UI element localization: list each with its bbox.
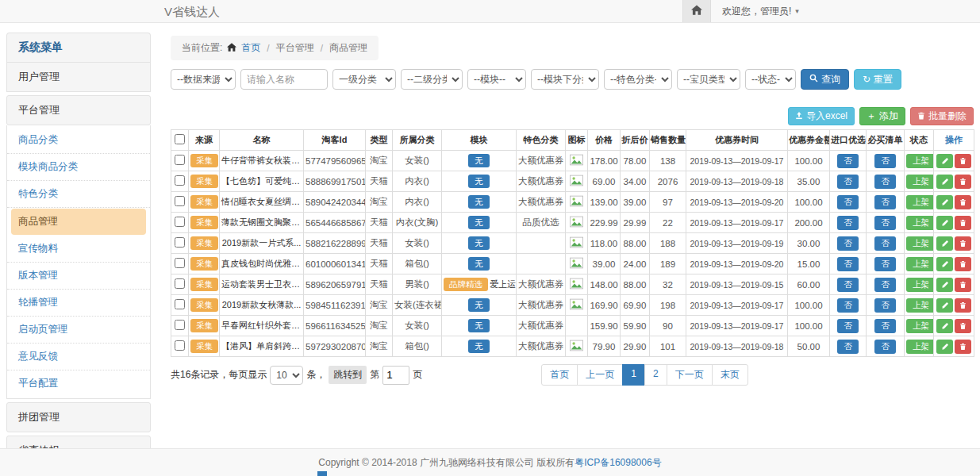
must-buy-toggle[interactable]: 否: [874, 257, 896, 271]
import-select-toggle[interactable]: 否: [837, 195, 859, 209]
import-select-toggle[interactable]: 否: [837, 298, 859, 313]
per-page-select[interactable]: 10: [270, 366, 303, 385]
feature-category-select[interactable]: --特色分类--: [604, 69, 672, 90]
status-on-shelf-button[interactable]: 上架: [906, 154, 934, 168]
import-select-toggle[interactable]: 否: [837, 236, 859, 251]
edit-button[interactable]: [936, 236, 953, 251]
page-number-button[interactable]: 2: [644, 364, 667, 386]
delete-button[interactable]: [955, 257, 971, 271]
import-select-toggle[interactable]: 否: [837, 319, 859, 333]
status-on-shelf-button[interactable]: 上架: [906, 278, 934, 292]
must-buy-toggle[interactable]: 否: [874, 278, 896, 292]
page-number-button[interactable]: 1: [622, 364, 645, 386]
sidebar-subitem[interactable]: 轮播管理: [7, 290, 150, 317]
status-on-shelf-button[interactable]: 上架: [906, 257, 934, 271]
edit-button[interactable]: [936, 319, 953, 333]
delete-button[interactable]: [955, 216, 971, 230]
import-select-toggle[interactable]: 否: [837, 154, 859, 168]
sidebar-subitem[interactable]: 模块商品分类: [7, 154, 150, 181]
row-checkbox[interactable]: [175, 237, 185, 248]
sidebar-group-item[interactable]: 拼团管理: [6, 402, 151, 432]
row-checkbox[interactable]: [175, 299, 185, 309]
batch-delete-button[interactable]: 批量删除: [910, 107, 974, 125]
must-buy-toggle[interactable]: 否: [874, 216, 896, 230]
sidebar-group-item[interactable]: 平台管理: [6, 95, 151, 125]
sidebar-subitem[interactable]: 商品管理: [11, 209, 146, 235]
name-search-input[interactable]: [240, 69, 328, 90]
edit-button[interactable]: [936, 278, 953, 292]
status-select[interactable]: --状态--: [745, 69, 796, 90]
data-source-select[interactable]: --数据来源--: [171, 69, 236, 90]
delete-button[interactable]: [955, 319, 971, 333]
page-prev-button[interactable]: 上一页: [577, 364, 623, 386]
sidebar-subitem[interactable]: 商品分类: [7, 127, 150, 154]
module-select[interactable]: --模块--: [467, 69, 526, 90]
edit-button[interactable]: [936, 298, 953, 313]
row-checkbox[interactable]: [175, 175, 185, 186]
must-buy-toggle[interactable]: 否: [874, 154, 896, 168]
page-first-button[interactable]: 首页: [541, 364, 578, 386]
search-button[interactable]: 查询: [801, 69, 849, 90]
user-menu[interactable]: 欢迎您，管理员! ▾: [711, 0, 810, 22]
level2-category-select[interactable]: --二级分类--: [401, 69, 463, 90]
edit-button[interactable]: [936, 216, 953, 230]
must-buy-toggle[interactable]: 否: [874, 298, 896, 313]
row-checkbox[interactable]: [175, 278, 185, 289]
edit-button[interactable]: [936, 195, 953, 209]
import-select-toggle[interactable]: 否: [837, 340, 859, 354]
row-checkbox[interactable]: [175, 258, 185, 268]
sidebar-subitem[interactable]: 宣传物料: [7, 236, 150, 263]
module-sub-select[interactable]: --模块下分类--: [531, 69, 599, 90]
reset-button[interactable]: ↻ 重置: [854, 69, 901, 90]
must-buy-toggle[interactable]: 否: [874, 195, 896, 209]
must-buy-toggle[interactable]: 否: [874, 340, 896, 354]
delete-button[interactable]: [955, 236, 971, 251]
must-buy-toggle[interactable]: 否: [874, 236, 896, 251]
select-all-checkbox[interactable]: [175, 134, 185, 144]
row-checkbox[interactable]: [175, 340, 185, 351]
delete-button[interactable]: [955, 340, 971, 354]
delete-button[interactable]: [955, 175, 971, 189]
must-buy-toggle[interactable]: 否: [874, 319, 896, 333]
add-button[interactable]: ＋ 添加: [859, 107, 905, 125]
delete-button[interactable]: [955, 298, 971, 313]
import-select-toggle[interactable]: 否: [837, 257, 859, 271]
status-on-shelf-button[interactable]: 上架: [906, 319, 934, 333]
page-number-input[interactable]: [382, 366, 409, 385]
sidebar-subitem[interactable]: 启动页管理: [7, 317, 150, 344]
page-next-button[interactable]: 下一页: [667, 364, 713, 386]
status-on-shelf-button[interactable]: 上架: [906, 298, 934, 313]
delete-button[interactable]: [955, 154, 971, 168]
sidebar-group-item[interactable]: 省直快报: [6, 436, 151, 448]
edit-button[interactable]: [936, 175, 953, 189]
status-on-shelf-button[interactable]: 上架: [906, 195, 934, 209]
import-excel-button[interactable]: 导入excel: [788, 107, 855, 125]
delete-button[interactable]: [955, 278, 971, 292]
status-on-shelf-button[interactable]: 上架: [906, 340, 934, 354]
item-type-select[interactable]: --宝贝类型--: [677, 69, 740, 90]
sidebar-group-item[interactable]: 用户管理: [6, 62, 151, 92]
sidebar-subitem[interactable]: 版本管理: [7, 263, 150, 290]
row-checkbox[interactable]: [175, 320, 185, 330]
delete-button[interactable]: [955, 195, 971, 209]
status-on-shelf-button[interactable]: 上架: [906, 175, 934, 189]
must-buy-toggle[interactable]: 否: [874, 175, 896, 189]
row-checkbox[interactable]: [175, 155, 185, 165]
jump-button[interactable]: 跳转到: [329, 366, 367, 384]
sidebar-subitem[interactable]: 意见反馈: [7, 344, 150, 370]
edit-button[interactable]: [936, 257, 953, 271]
level1-category-select[interactable]: 一级分类: [332, 69, 396, 90]
import-select-toggle[interactable]: 否: [837, 175, 859, 189]
icp-link[interactable]: 粤ICP备16098006号: [575, 456, 661, 470]
page-last-button[interactable]: 末页: [712, 364, 748, 386]
edit-button[interactable]: [936, 340, 953, 354]
home-button[interactable]: [682, 0, 711, 22]
sidebar-subitem[interactable]: 特色分类: [7, 181, 150, 208]
edit-button[interactable]: [936, 154, 953, 168]
breadcrumb-home-link[interactable]: 首页: [241, 41, 260, 55]
import-select-toggle[interactable]: 否: [837, 278, 859, 292]
row-checkbox[interactable]: [175, 196, 185, 206]
status-on-shelf-button[interactable]: 上架: [906, 216, 934, 230]
import-select-toggle[interactable]: 否: [837, 216, 859, 230]
status-on-shelf-button[interactable]: 上架: [906, 236, 934, 251]
